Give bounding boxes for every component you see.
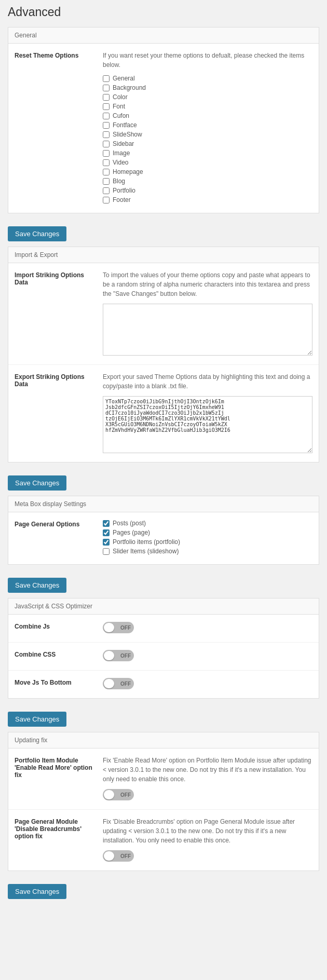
checkbox-label-reset-theme-options-0: General xyxy=(113,75,135,82)
checkbox-checked-item-page-general-options-0: Posts (post) xyxy=(103,520,312,527)
section-js-css-optimizer: JavaScript & CSS OptimizerCombine JsOFFC… xyxy=(8,598,319,699)
checkbox-label-reset-theme-options-6: SlideShow xyxy=(113,131,142,138)
toggle-move-js-to-bottom[interactable]: OFF xyxy=(103,678,134,689)
toggle-label-combine-js: OFF xyxy=(120,625,131,631)
checkbox-input-reset-theme-options-0[interactable] xyxy=(103,75,110,82)
checkbox-input-reset-theme-options-12[interactable] xyxy=(103,187,110,194)
checkbox-checked-label-page-general-options-0: Posts (post) xyxy=(113,520,146,527)
toggle-knob-combine-css xyxy=(104,651,114,660)
checkbox-label-reset-theme-options-1: Background xyxy=(113,84,146,91)
section-general: GeneralReset Theme OptionsIf you want re… xyxy=(8,27,319,213)
checkbox-label-reset-theme-options-12: Portfolio xyxy=(113,187,135,194)
checkbox-input-reset-theme-options-8[interactable] xyxy=(103,150,110,157)
checkbox-list-reset-theme-options: GeneralBackgroundColorFontCufonFontfaceS… xyxy=(103,75,312,203)
field-label-page-general-options: Page General Options xyxy=(15,520,103,528)
field-row-page-general-options: Page General OptionsPosts (post)Pages (p… xyxy=(8,512,319,564)
checkbox-label-reset-theme-options-4: Cufon xyxy=(113,112,129,119)
checkbox-item-reset-theme-options-12: Portfolio xyxy=(103,187,312,194)
checkbox-input-reset-theme-options-6[interactable] xyxy=(103,131,110,138)
toggle-portfolio-item-fix[interactable]: OFF xyxy=(103,789,134,800)
save-button-meta-box[interactable]: Save Changes xyxy=(8,578,66,593)
field-label-move-js-to-bottom: Move Js To Bottom xyxy=(15,678,103,686)
field-row-portfolio-item-fix: Portfolio Item Module 'Enable Read More'… xyxy=(8,748,319,810)
field-label-portfolio-item-fix: Portfolio Item Module 'Enable Read More'… xyxy=(15,756,103,779)
field-description-import-striking-options: To import the values of your theme optio… xyxy=(103,270,312,298)
checkbox-checked-input-page-general-options-2[interactable] xyxy=(103,539,110,546)
section-import-export: Import & ExportImport Striking Options D… xyxy=(8,247,319,462)
checkbox-label-reset-theme-options-10: Homepage xyxy=(113,168,143,175)
toggle-page-general-fix[interactable]: OFF xyxy=(103,850,134,862)
checkbox-item-reset-theme-options-5: Fontface xyxy=(103,121,312,129)
field-label-page-general-fix: Page General Module 'Disable Breadcrumbs… xyxy=(15,817,103,840)
checkbox-label-reset-theme-options-11: Blog xyxy=(113,178,125,185)
section-meta-box: Meta Box display SettingsPage General Op… xyxy=(8,496,319,565)
checkbox-input-reset-theme-options-4[interactable] xyxy=(103,113,110,119)
checkbox-checked-item-page-general-options-3: Slider Items (slideshow) xyxy=(103,548,312,555)
checkbox-input-reset-theme-options-11[interactable] xyxy=(103,178,110,185)
checkbox-input-reset-theme-options-9[interactable] xyxy=(103,159,110,166)
checkbox-input-reset-theme-options-7[interactable] xyxy=(103,141,110,147)
checkbox-checked-item-page-general-options-1: Pages (page) xyxy=(103,529,312,536)
section-updating-fix: Updating fixPortfolio Item Module 'Enabl… xyxy=(8,732,319,871)
checkbox-checked-label-page-general-options-3: Slider Items (slideshow) xyxy=(113,548,179,555)
field-row-page-general-fix: Page General Module 'Disable Breadcrumbs… xyxy=(8,810,319,870)
checkbox-label-reset-theme-options-7: Sidebar xyxy=(113,140,134,147)
field-label-reset-theme-options: Reset Theme Options xyxy=(15,51,103,59)
checkbox-item-reset-theme-options-1: Background xyxy=(103,84,312,91)
checkbox-item-reset-theme-options-7: Sidebar xyxy=(103,140,312,147)
checkbox-checked-input-page-general-options-0[interactable] xyxy=(103,520,110,527)
field-label-combine-js: Combine Js xyxy=(15,622,103,630)
field-row-move-js-to-bottom: Move Js To BottomOFF xyxy=(8,671,319,698)
checkbox-item-reset-theme-options-2: Color xyxy=(103,93,312,101)
field-label-import-striking-options: Import Striking Options Data xyxy=(15,270,103,286)
page-title: Advanced xyxy=(8,5,319,19)
checkbox-input-reset-theme-options-3[interactable] xyxy=(103,103,110,110)
checkbox-label-reset-theme-options-13: Footer xyxy=(113,196,131,203)
section-header-updating-fix: Updating fix xyxy=(8,732,319,748)
toggle-combine-js[interactable]: OFF xyxy=(103,622,134,633)
checkbox-label-reset-theme-options-2: Color xyxy=(113,93,128,101)
import-textarea-import-striking-options[interactable] xyxy=(103,304,312,356)
save-button-import-export[interactable]: Save Changes xyxy=(8,475,66,491)
checkbox-item-reset-theme-options-13: Footer xyxy=(103,196,312,203)
toggle-label-combine-css: OFF xyxy=(120,653,131,659)
checkbox-input-reset-theme-options-1[interactable] xyxy=(103,85,110,91)
field-description-portfolio-item-fix: Fix 'Enable Read More' option on Portfol… xyxy=(103,756,312,784)
checkbox-item-reset-theme-options-9: Video xyxy=(103,159,312,166)
field-row-export-striking-options: Export Striking Options DataExport your … xyxy=(8,365,319,462)
toggle-knob-portfolio-item-fix xyxy=(104,790,114,799)
toggle-combine-css[interactable]: OFF xyxy=(103,650,134,661)
section-header-js-css-optimizer: JavaScript & CSS Optimizer xyxy=(8,598,319,615)
export-textarea-export-striking-options[interactable] xyxy=(103,396,312,453)
checkbox-checked-label-page-general-options-2: Portfolio items (portfolio) xyxy=(113,538,180,546)
checkbox-checked-list-page-general-options: Posts (post)Pages (page)Portfolio items … xyxy=(103,520,312,555)
checkbox-input-reset-theme-options-5[interactable] xyxy=(103,122,110,129)
checkbox-checked-input-page-general-options-1[interactable] xyxy=(103,529,110,536)
checkbox-item-reset-theme-options-3: Font xyxy=(103,103,312,110)
toggle-knob-page-general-fix xyxy=(104,851,114,861)
save-button-js-css-optimizer[interactable]: Save Changes xyxy=(8,712,66,727)
save-button-general[interactable]: Save Changes xyxy=(8,226,66,241)
checkbox-label-reset-theme-options-3: Font xyxy=(113,103,125,110)
field-row-import-striking-options: Import Striking Options DataTo import th… xyxy=(8,263,319,365)
checkbox-checked-item-page-general-options-2: Portfolio items (portfolio) xyxy=(103,538,312,546)
field-label-export-striking-options: Export Striking Options Data xyxy=(15,372,103,388)
field-description-page-general-fix: Fix 'Disable Breadcrumbs' option on Page… xyxy=(103,817,312,845)
checkbox-input-reset-theme-options-2[interactable] xyxy=(103,94,110,101)
field-label-combine-css: Combine CSS xyxy=(15,650,103,658)
field-row-combine-js: Combine JsOFF xyxy=(8,615,319,643)
field-description-reset-theme-options: If you want reset your theme options to … xyxy=(103,51,312,70)
checkbox-label-reset-theme-options-8: Image xyxy=(113,149,130,157)
toggle-knob-combine-js xyxy=(104,623,114,632)
checkbox-input-reset-theme-options-10[interactable] xyxy=(103,169,110,175)
save-button-updating-fix[interactable]: Save Changes xyxy=(8,884,66,899)
toggle-label-move-js-to-bottom: OFF xyxy=(120,681,131,687)
section-header-meta-box: Meta Box display Settings xyxy=(8,496,319,512)
checkbox-input-reset-theme-options-13[interactable] xyxy=(103,197,110,203)
checkbox-item-reset-theme-options-10: Homepage xyxy=(103,168,312,175)
checkbox-item-reset-theme-options-4: Cufon xyxy=(103,112,312,119)
checkbox-checked-input-page-general-options-3[interactable] xyxy=(103,548,110,555)
field-row-reset-theme-options: Reset Theme OptionsIf you want reset you… xyxy=(8,44,319,213)
toggle-knob-move-js-to-bottom xyxy=(104,679,114,688)
checkbox-item-reset-theme-options-0: General xyxy=(103,75,312,82)
